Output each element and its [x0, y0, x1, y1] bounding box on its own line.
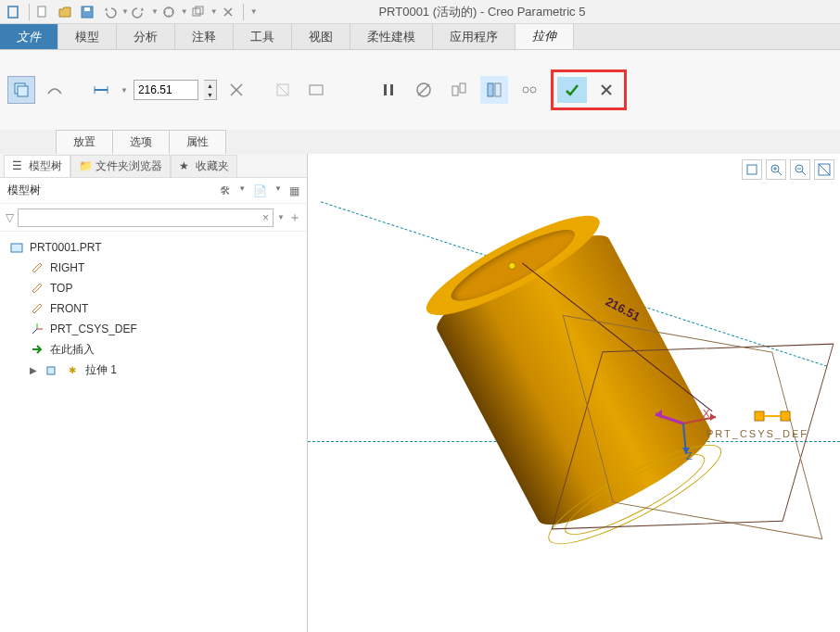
csys-arrows	[642, 391, 753, 474]
tree-root[interactable]: PRT0001.PRT	[4, 237, 303, 258]
svg-point-23	[523, 87, 528, 93]
tree-body: PRT0001.PRT RIGHT TOP FRONT PRT_CSYS_DEF…	[0, 232, 307, 632]
undo-button[interactable]	[99, 2, 120, 22]
panel-tab-folders[interactable]: 📁文件夹浏览器	[70, 155, 171, 177]
close-win-button[interactable]	[218, 2, 238, 22]
attached-preview-button[interactable]	[445, 76, 473, 104]
new-button[interactable]	[4, 2, 24, 22]
depth-type-button[interactable]	[87, 76, 115, 104]
tree-datum-front[interactable]: FRONT	[4, 298, 303, 319]
quick-access-toolbar: ▼ ▼ ▼ ▼ ▼ PRT0001 (活动的) - Creo Parametri…	[0, 0, 840, 24]
svg-rect-19	[452, 86, 458, 95]
tab-annotate[interactable]: 注释	[175, 24, 234, 49]
tree-show-icon[interactable]: ▦	[289, 184, 299, 197]
pause-button[interactable]	[375, 76, 402, 104]
tree-feature-extrude[interactable]: ▶ ✱ 拉伸 1	[4, 360, 303, 380]
zoom-in-button[interactable]	[766, 159, 786, 180]
drop-icon[interactable]: ▼	[238, 184, 246, 197]
tab-app[interactable]: 应用程序	[433, 24, 515, 49]
depth-drop[interactable]: ▼	[121, 86, 128, 95]
graphics-viewport[interactable]: 216.51 PRT_CSYS_DEF X Z	[308, 154, 840, 632]
tree-datum-right[interactable]: RIGHT	[4, 258, 303, 278]
filter-drop-icon[interactable]: ▼	[277, 213, 285, 221]
regen-drop[interactable]: ▼	[181, 7, 188, 16]
verify-button[interactable]	[515, 76, 543, 104]
svg-rect-47	[781, 411, 790, 421]
subtab-options[interactable]: 选项	[112, 130, 170, 154]
flip-button[interactable]	[223, 76, 250, 104]
svg-rect-29	[47, 367, 55, 374]
new-doc-button[interactable]	[32, 2, 53, 22]
svg-rect-30	[747, 165, 757, 174]
plane-icon	[30, 281, 45, 296]
redo-drop[interactable]: ▼	[151, 7, 159, 16]
unattached-preview-button[interactable]	[480, 76, 508, 104]
open-button[interactable]	[55, 2, 75, 22]
solid-button[interactable]	[7, 76, 35, 104]
regen-button[interactable]	[159, 2, 179, 22]
plane-icon	[30, 301, 45, 316]
expand-icon[interactable]: ▶	[30, 365, 39, 375]
star-icon: ★	[179, 159, 192, 172]
tree-tools-icon[interactable]: 🛠	[220, 184, 231, 197]
cancel-button[interactable]	[592, 76, 620, 104]
remove-material-button[interactable]	[269, 76, 297, 104]
add-filter-icon[interactable]: ＋	[288, 209, 301, 226]
tab-extrude[interactable]: 拉伸	[515, 24, 574, 49]
panel-tab-label: 模型树	[29, 158, 62, 174]
panel-tabs: ☰模型树 📁文件夹浏览器 ★收藏夹	[0, 154, 307, 178]
redo-button[interactable]	[129, 2, 149, 22]
svg-line-39	[819, 164, 830, 175]
svg-rect-0	[8, 6, 18, 18]
tree-csys[interactable]: PRT_CSYS_DEF	[4, 319, 303, 339]
tab-model[interactable]: 模型	[58, 24, 117, 49]
depth-spinner[interactable]: ▲▼	[204, 80, 217, 100]
tab-analysis[interactable]: 分析	[117, 24, 175, 49]
ok-button[interactable]	[557, 77, 587, 103]
filter-input[interactable]	[22, 211, 262, 224]
zoom-out-button[interactable]	[790, 159, 810, 180]
no-preview-button[interactable]	[410, 76, 438, 104]
clear-filter-icon[interactable]: ×	[262, 211, 269, 224]
svg-rect-14	[310, 85, 323, 95]
windows-button[interactable]	[188, 2, 209, 22]
svg-rect-16	[390, 84, 393, 95]
extrude-icon	[45, 362, 59, 377]
star-badge-icon: ✱	[65, 362, 80, 377]
windows-drop[interactable]: ▼	[210, 7, 218, 16]
save-button[interactable]	[77, 2, 97, 22]
tab-file[interactable]: 文件	[0, 24, 58, 49]
tab-flex[interactable]: 柔性建模	[350, 24, 433, 49]
surface-button[interactable]	[41, 76, 69, 104]
tab-tools[interactable]: 工具	[234, 24, 292, 49]
panel-tab-favorites[interactable]: ★收藏夹	[171, 155, 237, 177]
thicken-button[interactable]	[302, 76, 330, 104]
confirm-highlight-box	[551, 70, 627, 110]
qat-drop[interactable]: ▼	[247, 7, 261, 16]
undo-drop[interactable]: ▼	[121, 7, 129, 16]
subtab-properties[interactable]: 属性	[169, 130, 226, 154]
panel-tab-label: 文件夹浏览器	[95, 158, 162, 174]
tree-settings-icon[interactable]: 📄	[253, 184, 267, 197]
svg-rect-20	[460, 83, 465, 93]
drop-icon[interactable]: ▼	[274, 184, 282, 197]
filter-icon[interactable]: ▽	[6, 211, 14, 224]
svg-line-28	[32, 329, 37, 334]
tree-insert-here[interactable]: 在此插入	[4, 339, 303, 360]
tab-view[interactable]: 视图	[292, 24, 350, 49]
tree-datum-top[interactable]: TOP	[4, 278, 303, 298]
zoom-fit-button[interactable]	[742, 159, 762, 180]
subtab-placement[interactable]: 放置	[56, 130, 113, 154]
refit-button[interactable]	[814, 159, 834, 180]
svg-line-13	[277, 84, 288, 95]
drag-handles[interactable]	[753, 404, 808, 432]
tree-filter-row: ▽ × ▼ ＋	[0, 204, 307, 232]
separator	[29, 4, 30, 20]
panel-tab-modeltree[interactable]: ☰模型树	[4, 155, 70, 177]
tree-header: 模型树 🛠▼ 📄▼ ▦	[0, 178, 307, 204]
depth-input[interactable]	[134, 80, 198, 100]
svg-rect-15	[384, 84, 387, 95]
separator	[243, 4, 244, 20]
view-toolbar	[742, 159, 834, 180]
svg-rect-21	[488, 83, 493, 96]
